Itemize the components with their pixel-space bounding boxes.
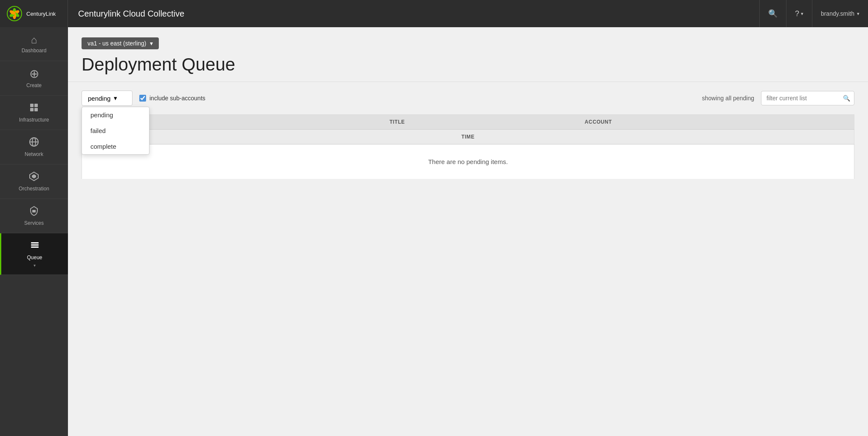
- svg-rect-18: [31, 244, 39, 246]
- filter-search-icon: 🔍: [843, 95, 850, 102]
- orchestration-icon: [29, 171, 39, 183]
- top-nav: CenturyLink Centurylink Cloud Collective…: [0, 0, 868, 27]
- toolbar: pending ▾ pending failed complete includ…: [68, 82, 868, 114]
- help-icon: ?: [795, 9, 799, 18]
- col-title: TITLE: [383, 115, 578, 130]
- filter-input-wrap: 🔍: [761, 91, 854, 105]
- home-icon: ⌂: [31, 35, 37, 45]
- status-filter-menu: pending failed complete: [82, 107, 149, 155]
- content-area: va1 - us east (sterling) ▾ Deployment Qu…: [68, 27, 868, 436]
- app-title: Centurylink Cloud Collective: [68, 9, 759, 19]
- col-time: TIME: [82, 130, 854, 144]
- page-header: va1 - us east (sterling) ▾ Deployment Qu…: [68, 27, 868, 82]
- include-sub-accounts-label[interactable]: include sub-accounts: [139, 95, 206, 102]
- region-chevron-icon: ▾: [150, 40, 153, 47]
- top-nav-actions: 🔍 ? ▾ brandy.smith ▾: [759, 0, 868, 27]
- logo-text: CenturyLink: [26, 11, 56, 17]
- table-time-row: TIME: [82, 130, 854, 144]
- filter-option-failed[interactable]: failed: [82, 123, 149, 139]
- status-filter-button[interactable]: pending ▾: [82, 91, 132, 106]
- filter-input[interactable]: [761, 91, 854, 105]
- help-chevron-icon: ▾: [801, 11, 803, 17]
- services-icon: [29, 206, 39, 218]
- showing-label: showing all pending: [702, 95, 754, 102]
- svg-rect-9: [30, 108, 34, 111]
- queue-chevron-down-icon: ▾: [34, 263, 36, 268]
- user-chevron-icon: ▾: [857, 11, 860, 17]
- sidebar-item-create[interactable]: ⊕ Create: [0, 61, 68, 96]
- user-menu-button[interactable]: brandy.smith ▾: [812, 0, 868, 27]
- sidebar-item-infrastructure[interactable]: Infrastructure: [0, 96, 68, 130]
- logo-area: CenturyLink: [0, 0, 68, 27]
- help-button[interactable]: ? ▾: [786, 0, 812, 27]
- sidebar-item-services[interactable]: Services: [0, 199, 68, 233]
- empty-message: There are no pending items.: [82, 144, 854, 179]
- svg-rect-17: [31, 242, 39, 243]
- status-filter-dropdown[interactable]: pending ▾ pending failed complete: [82, 91, 132, 106]
- network-icon: [29, 137, 39, 149]
- infrastructure-icon: [29, 102, 39, 114]
- svg-rect-7: [30, 104, 34, 107]
- queue-icon: [30, 240, 40, 252]
- region-selector[interactable]: va1 - us east (sterling) ▾: [82, 37, 159, 49]
- search-icon: 🔍: [768, 9, 778, 18]
- svg-marker-15: [32, 174, 36, 178]
- sidebar-item-orchestration[interactable]: Orchestration: [0, 164, 68, 199]
- table-header-row: PROGRESS TITLE ACCOUNT: [82, 115, 854, 130]
- page-title: Deployment Queue: [82, 54, 854, 75]
- sidebar-item-dashboard[interactable]: ⌂ Dashboard: [0, 27, 68, 61]
- svg-rect-19: [31, 246, 39, 248]
- deployment-queue-table: PROGRESS TITLE ACCOUNT TIME There are no…: [82, 114, 854, 179]
- svg-rect-16: [32, 210, 36, 212]
- sidebar-item-network[interactable]: Network: [0, 130, 68, 164]
- table-empty-row: There are no pending items.: [82, 144, 854, 179]
- include-sub-accounts-checkbox[interactable]: [139, 95, 146, 102]
- filter-option-pending[interactable]: pending: [82, 107, 149, 123]
- sidebar-item-queue[interactable]: Queue ▾: [0, 233, 68, 275]
- centurylink-logo-icon: [7, 6, 22, 21]
- svg-rect-8: [34, 104, 38, 107]
- region-label: va1 - us east (sterling): [87, 40, 147, 47]
- svg-rect-10: [34, 108, 38, 111]
- status-filter-value: pending: [88, 95, 110, 102]
- sidebar: ⌂ Dashboard ⊕ Create Infrastructure Netw…: [0, 27, 68, 436]
- table-wrap: PROGRESS TITLE ACCOUNT TIME There are no…: [68, 114, 868, 193]
- col-account: ACCOUNT: [578, 115, 854, 130]
- status-filter-chevron-icon: ▾: [114, 94, 117, 102]
- filter-option-complete[interactable]: complete: [82, 139, 149, 154]
- search-button[interactable]: 🔍: [759, 0, 786, 27]
- create-icon: ⊕: [29, 68, 39, 80]
- table-body: There are no pending items.: [82, 144, 854, 179]
- include-sub-accounts-text: include sub-accounts: [149, 95, 206, 102]
- username-label: brandy.smith: [821, 10, 854, 17]
- main-layout: ⌂ Dashboard ⊕ Create Infrastructure Netw…: [0, 27, 868, 436]
